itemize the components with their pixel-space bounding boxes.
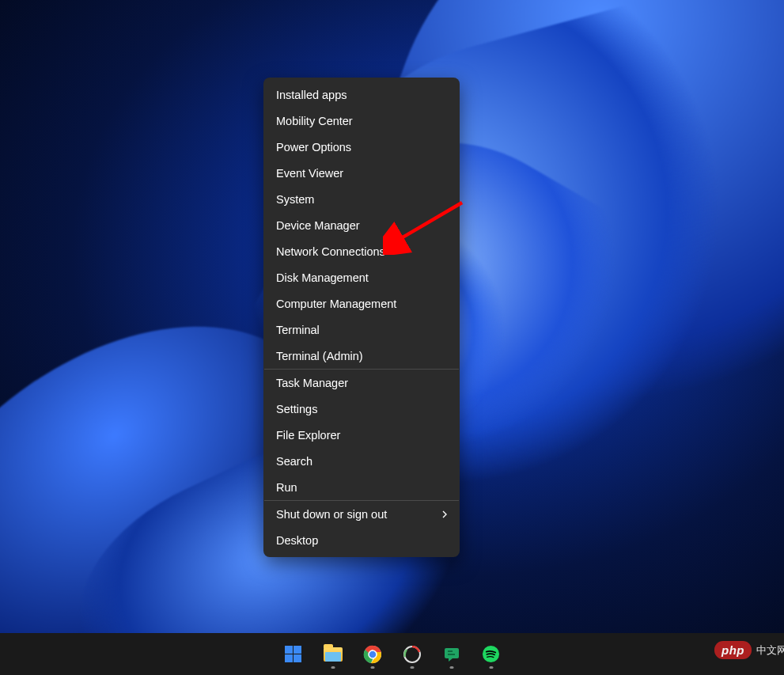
menu-item-settings[interactable]: Settings [264, 396, 459, 422]
menu-item-shutdown[interactable]: Shut down or sign out [264, 501, 459, 527]
menu-item-network-connections[interactable]: Network Connections [264, 238, 459, 264]
power-user-menu: Installed apps Mobility Center Power Opt… [263, 78, 460, 557]
menu-item-run[interactable]: Run [264, 474, 459, 500]
taskbar-chat[interactable] [436, 639, 468, 670]
menu-item-power-options[interactable]: Power Options [264, 134, 459, 160]
menu-item-system[interactable]: System [264, 186, 459, 212]
menu-item-event-viewer[interactable]: Event Viewer [264, 160, 459, 186]
menu-item-device-manager[interactable]: Device Manager [264, 212, 459, 238]
menu-item-disk-management[interactable]: Disk Management [264, 264, 459, 290]
menu-item-file-explorer[interactable]: File Explorer [264, 422, 459, 448]
svg-rect-8 [448, 654, 455, 655]
start-button[interactable] [278, 639, 309, 670]
taskbar-file-explorer[interactable] [317, 639, 349, 670]
menu-item-label: Shut down or sign out [276, 508, 387, 521]
circle-app-icon [403, 646, 421, 663]
chat-icon [443, 646, 460, 663]
taskbar-chrome[interactable] [357, 639, 388, 670]
folder-icon [324, 647, 343, 662]
svg-rect-7 [448, 650, 453, 652]
menu-item-terminal[interactable]: Terminal [264, 317, 459, 343]
watermark-badge: php [714, 641, 752, 659]
menu-item-installed-apps[interactable]: Installed apps [264, 82, 459, 108]
taskbar [0, 633, 784, 675]
spotify-icon [482, 645, 500, 663]
menu-item-terminal-admin[interactable]: Terminal (Admin) [264, 343, 459, 369]
windows-logo-icon [285, 646, 302, 663]
menu-item-mobility-center[interactable]: Mobility Center [264, 108, 459, 134]
taskbar-spotify[interactable] [475, 639, 507, 670]
menu-item-desktop[interactable]: Desktop [264, 527, 459, 553]
chrome-icon [363, 645, 382, 664]
watermark-text: 中文网 [756, 643, 784, 658]
chevron-right-icon [442, 508, 448, 521]
watermark: php 中文网 [714, 641, 784, 659]
menu-item-search[interactable]: Search [264, 448, 459, 474]
menu-item-computer-management[interactable]: Computer Management [264, 290, 459, 317]
taskbar-app-circle[interactable] [396, 639, 428, 670]
svg-rect-6 [445, 648, 459, 658]
menu-item-task-manager[interactable]: Task Manager [264, 370, 459, 396]
